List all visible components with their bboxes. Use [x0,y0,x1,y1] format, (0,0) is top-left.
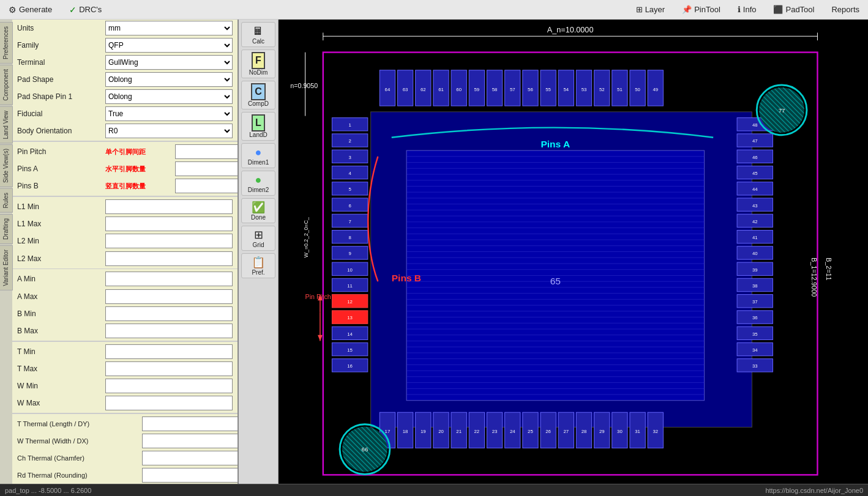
pref-button[interactable]: 📋 Pref. [241,253,275,278]
rules-tab[interactable]: Rules [0,188,13,213]
svg-text:49: 49 [653,87,658,92]
svg-text:48: 48 [752,122,758,128]
w-max-input[interactable]: 0.2700 [105,396,233,410]
layer-label: Layer [645,5,665,14]
component-tab[interactable]: Component [0,65,13,105]
pad-shape-row: Pad Shape OblongRect [12,71,238,88]
w-thermal-input[interactable]: 7.0000 [142,434,239,448]
body-orientation-select[interactable]: R0R90 [105,124,233,138]
land-view-tab[interactable]: Land View [0,106,13,144]
svg-text:44: 44 [752,187,758,192]
pintool-button[interactable]: 📌 PinTool [678,4,724,15]
l1-max-row: L1 Max 13.1000 [12,215,238,232]
pins-a-row: Pins A 水平引脚数量 16 [12,160,238,177]
pin-pitch-canvas-label: Pin Pitch [305,293,331,300]
svg-text:47: 47 [752,138,758,144]
svg-text:64: 64 [385,87,391,92]
svg-text:21: 21 [456,429,462,434]
drcs-button[interactable]: ✓ DRC's [65,4,105,16]
status-url: https://blog.csdn.net/Aijor_Jone0 [765,487,863,494]
svg-text:20: 20 [438,429,444,434]
center-pad-label: 65 [550,276,561,286]
a-min-input[interactable]: 9.8000 [105,272,233,286]
svg-text:43: 43 [752,203,758,209]
a-max-input[interactable]: 10.2000 [105,289,233,304]
w-label: W_=0.2_2_0=C_ [303,217,309,257]
side-views-tab[interactable]: Side View(s) [0,144,13,187]
ch-thermal-input[interactable]: 0.5000 [142,451,239,465]
rd-thermal-label: Rd Thermal (Rounding) [17,472,140,479]
done-button[interactable]: ✅ Done [241,198,275,223]
t-thermal-input[interactable]: 7.0000 [142,416,239,431]
grid-icon: ⊞ [254,228,263,242]
body-orientation-label: Body Orientation [17,127,103,135]
svg-text:13: 13 [347,315,353,320]
w-min-row: W Min 0.1700 [12,377,238,394]
info-button[interactable]: ℹ Info [734,4,760,15]
generate-button[interactable]: ⚙ Generate [5,4,56,16]
family-select[interactable]: QFPQFN [105,38,233,53]
l2-min-row: L2 Min 12.7000 [12,232,238,250]
compd-button[interactable]: C CompD [241,81,275,109]
l1-min-input[interactable]: 12.7000 [105,199,233,214]
padtool-icon: ⬛ [773,5,783,14]
a-max-label: A Max [17,292,103,301]
dimen1-icon: ● [255,146,262,159]
svg-text:26: 26 [545,429,551,434]
svg-text:52: 52 [599,87,605,92]
dim-b1-label: B_1=12.9000 [810,257,818,297]
svg-text:23: 23 [492,429,498,434]
svg-text:50: 50 [635,87,640,92]
drafting-tab[interactable]: Drafting [0,214,13,244]
svg-text:18: 18 [403,429,408,434]
layer-button[interactable]: ⊞ Layer [632,4,669,15]
reports-button[interactable]: Reports [828,4,863,15]
t-min-input[interactable]: 0.7800 [105,344,233,359]
pintool-label: PinTool [694,5,720,14]
svg-text:56: 56 [528,87,533,92]
layer-icon: ⊞ [636,5,643,14]
variant-editor-tab[interactable]: Variant Editor [0,245,13,291]
fiducial-select[interactable]: TrueFalse [105,106,233,121]
b-max-input[interactable]: 10.2000 [105,324,233,338]
pins-b-input[interactable]: 16 [175,179,239,193]
svg-text:28: 28 [582,429,587,434]
canvas-area: 65 64 63 62 61 60 59 [279,20,868,484]
pin-pitch-input[interactable]: 0.5000 [175,144,239,159]
pad-shape-select[interactable]: OblongRect [105,72,233,87]
b-min-row: B Min 9.8000 [12,305,238,322]
pad-shape-pin1-select[interactable]: OblongRect [105,89,233,104]
landd-label: LandD [249,131,267,138]
calc-icon: 🖩 [253,24,264,38]
padtool-button[interactable]: ⬛ PadTool [769,4,818,15]
calc-button[interactable]: 🖩 Calc [241,22,275,47]
units-select[interactable]: mminchmil [105,21,233,35]
l2-max-input[interactable]: 13.1000 [105,251,233,266]
padtool-label: PadTool [785,5,814,14]
landd-button[interactable]: L LandD [241,112,275,141]
t-max-input[interactable]: 1.0300 [105,361,233,376]
l2-min-input[interactable]: 12.7000 [105,234,233,248]
dimen2-button[interactable]: ● Dimen2 [241,171,275,196]
w-max-label: W Max [17,399,103,407]
family-row: Family QFPQFN [12,37,238,54]
terminal-select[interactable]: GullWingJLead [105,55,233,70]
preferences-tab[interactable]: Preferences [0,22,13,64]
w-min-input[interactable]: 0.1700 [105,379,233,393]
svg-text:7: 7 [348,219,351,224]
svg-text:51: 51 [617,87,623,92]
t-thermal-label: T Thermal (Length / DY) [17,420,140,428]
svg-text:12: 12 [347,299,353,305]
rd-thermal-input[interactable]: 0.0000 [142,468,239,483]
l1-max-input[interactable]: 13.1000 [105,217,233,231]
family-label: Family [17,41,103,50]
grid-button[interactable]: ⊞ Grid [241,226,275,251]
pins-b-sublabel: 竖直引脚数量 [105,182,173,191]
pins-a-input[interactable]: 16 [175,161,239,176]
svg-text:2: 2 [348,138,351,144]
pins-b-canvas-label: Pins B [392,273,421,283]
b-min-input[interactable]: 9.8000 [105,306,233,321]
dimen1-button[interactable]: ● Dimen1 [241,143,275,168]
svg-text:55: 55 [545,87,551,92]
nodim-button[interactable]: F NoDim [241,50,275,78]
